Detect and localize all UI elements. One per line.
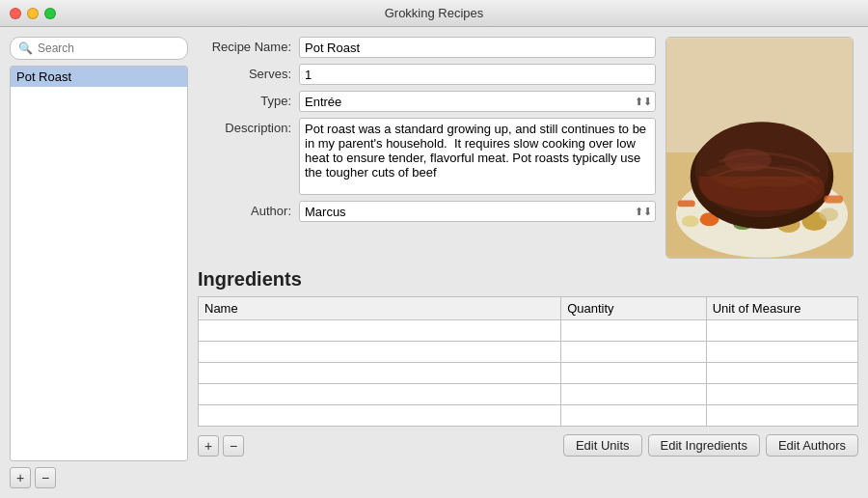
window-title: Grokking Recipes [385, 6, 484, 20]
edit-ingredients-button[interactable]: Edit Ingredients [648, 434, 760, 456]
ingredient-qty-cell[interactable] [561, 342, 706, 363]
ingredient-list-controls: + − [198, 435, 244, 456]
serves-input[interactable] [299, 64, 656, 85]
minimize-button[interactable] [27, 8, 39, 19]
recipe-image-box [665, 37, 854, 259]
ingredient-qty-cell[interactable] [561, 363, 706, 384]
svg-rect-14 [678, 200, 695, 207]
recipe-image [666, 38, 853, 258]
edit-units-button[interactable]: Edit Units [563, 434, 642, 456]
table-row [199, 342, 858, 363]
title-bar: Grokking Recipes [0, 0, 868, 27]
table-row [199, 384, 858, 405]
ingredient-unit-cell[interactable] [706, 320, 857, 342]
maximize-button[interactable] [44, 8, 56, 19]
svg-rect-13 [824, 195, 843, 203]
list-controls: + − [10, 467, 188, 488]
ingredient-name-cell[interactable] [199, 342, 561, 363]
bottom-action-buttons: Edit Units Edit Ingredients Edit Authors [563, 434, 858, 456]
search-box: 🔍 [10, 37, 188, 60]
recipe-name-label: Recipe Name: [198, 37, 299, 54]
table-row [199, 405, 858, 427]
close-button[interactable] [10, 8, 21, 19]
ingredient-name-cell[interactable] [199, 384, 561, 405]
ingredient-qty-cell[interactable] [561, 320, 706, 342]
author-label: Author: [198, 201, 299, 218]
type-select-wrap: Entrée Appetizer Dessert Salad Soup ⬆⬇ [299, 91, 656, 112]
svg-point-15 [819, 208, 838, 221]
ingredient-unit-cell[interactable] [706, 363, 857, 384]
ingredient-name-cell[interactable] [199, 363, 561, 384]
recipe-name-input[interactable] [299, 37, 656, 58]
col-header-unit: Unit of Measure [706, 297, 857, 320]
svg-point-17 [723, 149, 771, 172]
ingredients-table: Name Quantity Unit of Measure [198, 296, 858, 427]
fields-section: Recipe Name: Serves: Type: Entrée Appeti… [198, 37, 656, 259]
description-label: Description: [198, 118, 299, 135]
serves-row: Serves: [198, 64, 656, 85]
ingredients-title: Ingredients [198, 268, 858, 290]
add-ingredient-button[interactable]: + [198, 435, 219, 456]
author-select-wrap: Marcus Jane John ⬆⬇ [299, 201, 656, 222]
col-header-name: Name [199, 297, 561, 320]
table-row [199, 320, 858, 342]
type-select[interactable]: Entrée Appetizer Dessert Salad Soup [299, 91, 656, 112]
ingredient-unit-cell[interactable] [706, 342, 857, 363]
remove-recipe-button[interactable]: − [35, 467, 56, 488]
ingredient-unit-cell[interactable] [706, 384, 857, 405]
window-controls [10, 8, 56, 19]
ingredients-section: Ingredients Name Quantity Unit of Measur… [198, 268, 858, 427]
ingredient-qty-cell[interactable] [561, 405, 706, 427]
remove-ingredient-button[interactable]: − [223, 435, 244, 456]
search-icon: 🔍 [18, 42, 33, 55]
table-header-row: Name Quantity Unit of Measure [199, 297, 858, 320]
ingredient-qty-cell[interactable] [561, 384, 706, 405]
ingredient-name-cell[interactable] [199, 405, 561, 427]
form-area: Recipe Name: Serves: Type: Entrée Appeti… [198, 37, 858, 259]
recipe-list: Pot Roast [10, 66, 188, 461]
list-item[interactable]: Pot Roast [11, 67, 187, 87]
serves-label: Serves: [198, 64, 299, 81]
description-row: Description: Pot roast was a standard gr… [198, 118, 656, 195]
recipe-name-row: Recipe Name: [198, 37, 656, 58]
left-panel: 🔍 Pot Roast + − [10, 37, 188, 488]
description-textarea[interactable]: Pot roast was a standard growing up, and… [299, 118, 656, 195]
bottom-bar: + − Edit Units Edit Ingredients Edit Aut… [198, 434, 858, 456]
form-panel: Recipe Name: Serves: Type: Entrée Appeti… [198, 37, 858, 488]
type-row: Type: Entrée Appetizer Dessert Salad Sou… [198, 91, 656, 112]
main-content: 🔍 Pot Roast + − Recipe Name: [0, 27, 868, 498]
col-header-quantity: Quantity [561, 297, 706, 320]
author-row: Author: Marcus Jane John ⬆⬇ [198, 201, 656, 222]
ingredient-name-cell[interactable] [199, 320, 561, 342]
edit-authors-button[interactable]: Edit Authors [766, 434, 858, 456]
table-row [199, 363, 858, 384]
svg-point-16 [682, 215, 699, 227]
search-input[interactable] [38, 42, 179, 55]
ingredient-unit-cell[interactable] [706, 405, 857, 427]
add-recipe-button[interactable]: + [10, 467, 31, 488]
type-label: Type: [198, 91, 299, 108]
author-select[interactable]: Marcus Jane John [299, 201, 656, 222]
image-panel [665, 37, 858, 259]
